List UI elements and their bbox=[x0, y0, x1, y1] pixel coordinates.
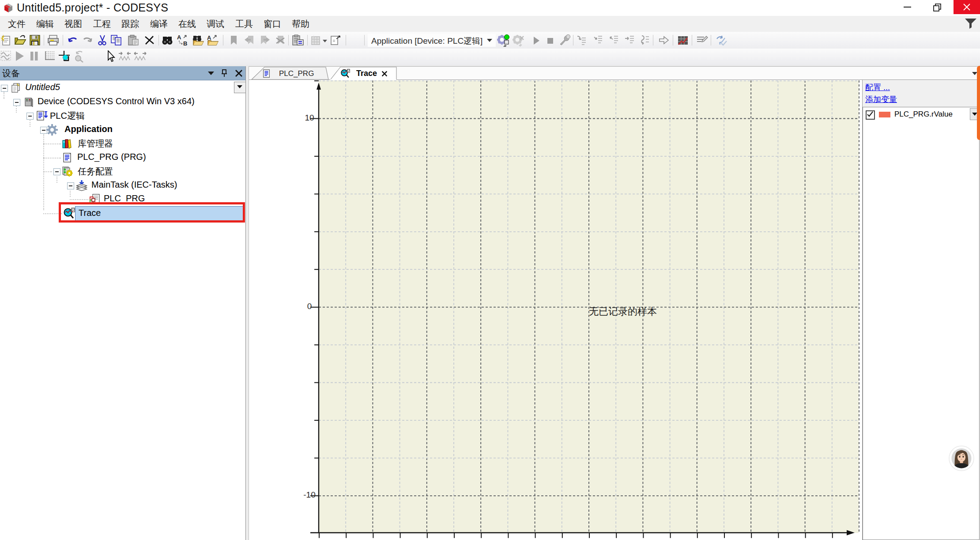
svg-text:A: A bbox=[177, 34, 181, 41]
svg-text:A: A bbox=[207, 34, 211, 41]
svg-text:B: B bbox=[183, 40, 187, 46]
